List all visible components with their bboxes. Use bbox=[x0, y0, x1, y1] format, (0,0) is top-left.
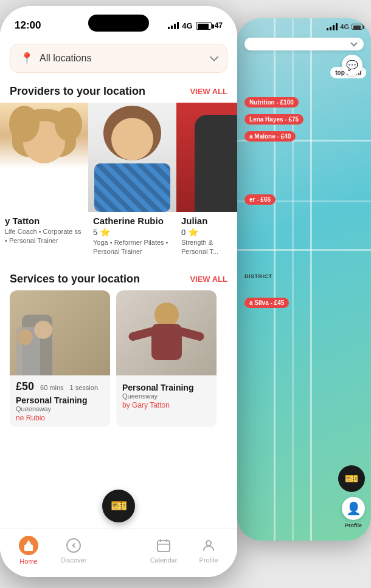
price-tag-er[interactable]: er - £65 bbox=[244, 194, 276, 205]
service-image-1 bbox=[10, 290, 110, 375]
district-label: DISTRICT bbox=[244, 273, 272, 279]
service-sessions-1: 1 session bbox=[70, 384, 98, 391]
service-card-2[interactable]: Personal Training Queensway by Gary Tatt… bbox=[116, 290, 217, 427]
provider-name-julian: Julian bbox=[176, 212, 237, 227]
services-section-header: Services to your location VIEW ALL bbox=[0, 267, 237, 290]
services-title: Services to your location bbox=[10, 273, 140, 285]
provider-image-tatton bbox=[0, 103, 88, 212]
back-status-bar: 4G bbox=[237, 18, 371, 35]
nav-label-profile: Profile bbox=[199, 556, 218, 564]
service-info-2: Personal Training Queensway by Gary Tatt… bbox=[116, 375, 217, 414]
provider-tags-rubio: Yoga • Reformer Pilates • Personal Train… bbox=[88, 238, 176, 262]
discover-icon-container bbox=[65, 537, 82, 554]
location-selector[interactable]: 📍 All locations bbox=[10, 44, 227, 73]
dynamic-island bbox=[88, 15, 149, 32]
price-tag-malone[interactable]: a Malone - £40 bbox=[244, 131, 296, 142]
provider-card-tatton[interactable]: y Tatton Life Coach • Corporate ss • Per… bbox=[0, 103, 88, 262]
battery-percentage: 47 bbox=[215, 21, 223, 30]
back-profile-area: 👤 Profile bbox=[342, 497, 365, 528]
back-network: 4G bbox=[340, 23, 349, 30]
star-icon-julian: ⭐ bbox=[188, 227, 198, 237]
service-price-1: £50 bbox=[16, 380, 34, 393]
back-signal-bars bbox=[327, 23, 338, 30]
svg-point-6 bbox=[206, 541, 211, 545]
rating-number-rubio: 5 bbox=[93, 228, 97, 237]
body-decoration bbox=[12, 169, 76, 212]
nav-item-profile[interactable]: Profile bbox=[186, 537, 231, 564]
providers-list: y Tatton Life Coach • Corporate ss • Per… bbox=[0, 103, 237, 267]
provider-tags-julian: Strength & Personal T... bbox=[176, 238, 237, 262]
chevron-down-icon bbox=[210, 53, 218, 61]
signal-bar-1 bbox=[168, 27, 170, 29]
home-blob-icon bbox=[19, 536, 38, 555]
hair-curl-2 bbox=[55, 108, 82, 141]
provider-rating-julian: 0 ⭐ bbox=[176, 227, 237, 238]
discover-icon bbox=[66, 538, 81, 553]
provider-card-rubio[interactable]: Catherine Rubio 5 ⭐ Yoga • Reformer Pila… bbox=[88, 103, 176, 262]
svg-rect-2 bbox=[158, 541, 170, 552]
location-pin-icon: 📍 bbox=[20, 52, 33, 65]
ticket-icon-button-back[interactable]: 🎫 bbox=[338, 465, 365, 492]
status-right: 4G 47 bbox=[168, 21, 223, 30]
body-julian bbox=[195, 115, 237, 212]
price-tag-lena[interactable]: Lena Hayes - £75 bbox=[244, 114, 303, 125]
battery-fill bbox=[198, 24, 209, 29]
providers-view-all-button[interactable]: VIEW ALL bbox=[190, 87, 227, 96]
head-2 bbox=[17, 329, 33, 345]
chat-icon-button[interactable]: 💬 bbox=[342, 55, 362, 75]
top-pattern-rubio bbox=[94, 163, 170, 212]
nav-label-discover: Discover bbox=[61, 556, 87, 564]
back-location-dropdown[interactable] bbox=[244, 38, 364, 50]
service-by-2: by Gary Tatton bbox=[122, 401, 210, 409]
services-view-all-button[interactable]: VIEW ALL bbox=[190, 275, 227, 284]
nav-item-calendar[interactable]: Calendar bbox=[141, 537, 186, 564]
service-location-1: Queensway bbox=[16, 405, 104, 412]
signal-bar-3 bbox=[174, 24, 176, 29]
nav-item-home[interactable]: Home bbox=[6, 536, 51, 565]
face-rubio bbox=[111, 118, 153, 160]
bottom-navigation: Home Discover bbox=[0, 528, 237, 577]
head-figure bbox=[154, 303, 179, 327]
svg-marker-1 bbox=[72, 542, 75, 549]
phone-front: 12:00 4G 47 📍 All locations bbox=[0, 6, 237, 577]
service-card-1[interactable]: £50 60 mins 1 session Personal Training … bbox=[10, 290, 110, 427]
back-profile-icon[interactable]: 👤 bbox=[342, 497, 365, 520]
service-by-1: ne Rubio bbox=[16, 414, 104, 422]
provider-card-julian[interactable]: Julian 0 ⭐ Strength & Personal T... bbox=[176, 103, 237, 262]
star-icon-rubio: ⭐ bbox=[100, 227, 110, 237]
battery-icon bbox=[196, 22, 212, 30]
home-icon bbox=[23, 540, 34, 551]
map-background bbox=[237, 18, 371, 541]
provider-name-rubio: Catherine Rubio bbox=[88, 212, 176, 227]
nav-item-discover[interactable]: Discover bbox=[51, 537, 96, 564]
provider-image-julian bbox=[176, 103, 237, 212]
service-location-2: Queensway bbox=[122, 392, 210, 400]
services-list: £50 60 mins 1 session Personal Training … bbox=[0, 290, 237, 432]
price-tag-silva[interactable]: a Silva - £45 bbox=[244, 298, 289, 308]
provider-rating-rubio: 5 ⭐ bbox=[88, 227, 176, 238]
hair-curl-1 bbox=[9, 106, 40, 142]
body-figure bbox=[151, 324, 182, 360]
ticket-overlay-button[interactable]: 🎫 bbox=[102, 490, 135, 522]
back-profile-label: Profile bbox=[345, 522, 362, 528]
back-battery-icon bbox=[352, 24, 362, 30]
signal-bars bbox=[168, 22, 179, 29]
provider-tags-tatton: Life Coach • Corporate ss • Personal Tra… bbox=[0, 227, 88, 251]
head-1 bbox=[34, 321, 52, 339]
service-name-2: Personal Training bbox=[122, 383, 210, 392]
status-time: 12:00 bbox=[15, 19, 41, 32]
price-tag-nutrition[interactable]: Nutrition - £100 bbox=[244, 97, 299, 108]
service-meta-1: 60 mins bbox=[40, 384, 64, 391]
phone-back: 4G top rated Nutrition - £100 Lena Hayes… bbox=[237, 18, 371, 541]
providers-title: Providers to your location bbox=[10, 85, 145, 98]
content-area: 📍 All locations Providers to your locati… bbox=[0, 38, 237, 528]
signal-bar-2 bbox=[171, 26, 173, 29]
network-label: 4G bbox=[182, 21, 192, 30]
back-bottom-actions: 🎫 bbox=[338, 465, 365, 492]
calendar-icon bbox=[156, 538, 171, 553]
profile-icon bbox=[201, 538, 216, 553]
rating-number-julian: 0 bbox=[181, 228, 186, 237]
service-info-1: £50 60 mins 1 session Personal Training … bbox=[10, 375, 110, 427]
provider-name-tatton: y Tatton bbox=[0, 212, 88, 227]
nav-label-home: Home bbox=[19, 558, 37, 565]
